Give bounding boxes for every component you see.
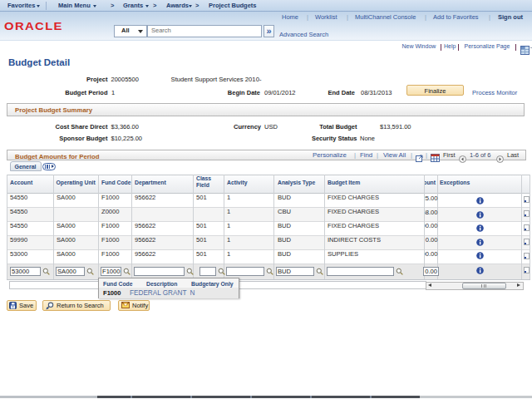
svg-text:ORACLE: ORACLE	[4, 21, 63, 32]
